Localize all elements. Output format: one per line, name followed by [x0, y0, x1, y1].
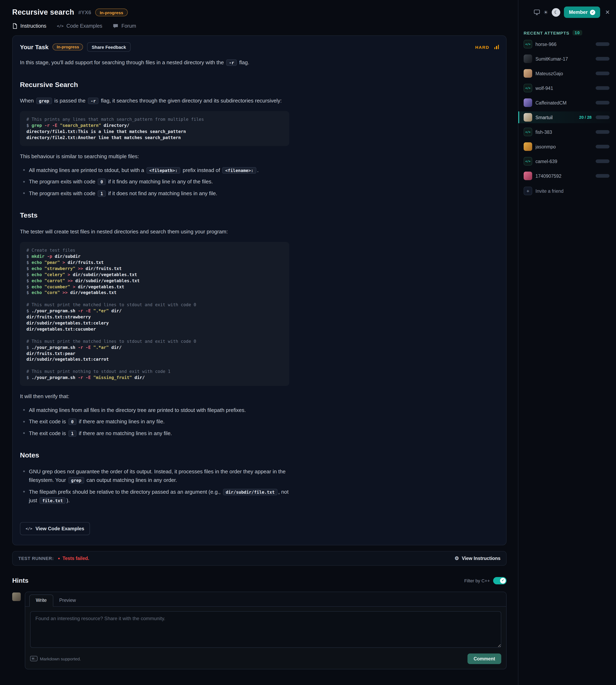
- attempt-row[interactable]: jasonmpo: [518, 141, 610, 153]
- view-code-examples-button[interactable]: </> View Code Examples: [20, 522, 90, 535]
- code-line: $ echo "pear" > dir/fruits.txt: [26, 259, 283, 266]
- code-token: directory/file2.txt:Another line that ma…: [26, 135, 181, 140]
- share-feedback-button[interactable]: Share Feedback: [87, 42, 131, 52]
- hints-header: Hints Filter by C++ ✓: [12, 577, 507, 584]
- task-status-badge: In-progress: [53, 44, 83, 50]
- code-token: ".*ar": [91, 345, 109, 349]
- filter-toggle[interactable]: ✓: [493, 577, 507, 584]
- page: Recursive search #YX6 In-progress Instru…: [0, 0, 616, 685]
- code-line: $ echo "corn" >> dir/vegetables.txt: [26, 290, 283, 296]
- code-token: mkdir: [31, 254, 44, 259]
- view-instructions-label: View Instructions: [462, 556, 501, 561]
- comment-input[interactable]: [30, 611, 501, 648]
- code-token: $: [26, 284, 31, 289]
- test-runner-label: TEST RUNNER:: [18, 556, 54, 561]
- code-token: dir/: [109, 308, 122, 313]
- recent-attempts-title: RECENT ATTEMPTS: [524, 30, 569, 35]
- close-button[interactable]: ✕: [605, 9, 610, 16]
- code-line: directory/file1.txt:This is a line that …: [26, 129, 283, 135]
- code-line: [26, 332, 283, 338]
- progress-bar: [596, 145, 610, 149]
- language-filter: Filter by C++ ✓: [464, 577, 507, 584]
- attempt-username: 1740907592: [535, 174, 592, 178]
- code-token: "strawberry": [42, 266, 75, 271]
- bullet-item: All matching lines from all files in the…: [20, 406, 298, 414]
- attempt-username: fish-383: [535, 130, 592, 134]
- attempt-row[interactable]: </>horse-966: [518, 38, 610, 50]
- inline-code: <filename>:: [222, 167, 256, 174]
- code-line: # This must print nothing to stdout and …: [26, 368, 283, 374]
- task-title: Your Task: [20, 44, 49, 50]
- invite-friend-button[interactable]: + Invite a friend: [518, 187, 610, 195]
- title-row: Recursive search #YX6 In-progress: [12, 0, 507, 17]
- code-token: grep: [31, 123, 42, 128]
- comment-composer: WritePreview M↓ Markdown supported. Comm…: [25, 592, 507, 669]
- attempt-row[interactable]: 1740907592: [518, 170, 610, 182]
- composer-tab-preview[interactable]: Preview: [53, 595, 82, 606]
- code-token: $: [26, 254, 31, 259]
- paragraph: When grep is passed the -r flag, it sear…: [20, 96, 298, 105]
- attempt-row[interactable]: </>fish-383: [518, 126, 610, 138]
- attempts-list: </>horse-966SumitKumar-17MateuszGajo</>w…: [518, 38, 610, 182]
- member-button[interactable]: Member ✓: [564, 6, 600, 18]
- bullet-list: All matching lines are printed to stdout…: [20, 166, 298, 198]
- attempt-row[interactable]: CaffeinatedCM: [518, 97, 610, 109]
- view-instructions-button[interactable]: ⚙ View Instructions: [455, 555, 501, 561]
- instructions-card: Your Task In-progress Share Feedback HAR…: [12, 36, 507, 545]
- tab-code-examples[interactable]: </>Code Examples: [57, 23, 102, 32]
- paragraph: The tester will create test files in nes…: [20, 227, 298, 236]
- code-token: echo: [31, 272, 42, 277]
- comment-composer-row: WritePreview M↓ Markdown supported. Comm…: [12, 592, 507, 669]
- attempt-row[interactable]: </>camel-639: [518, 155, 610, 167]
- code-token: -r -E: [42, 123, 57, 128]
- attempt-row[interactable]: MateuszGajo: [518, 68, 610, 79]
- tab-instructions[interactable]: Instructions: [12, 23, 46, 32]
- difficulty-bars-icon: [494, 45, 499, 49]
- progress-bar: [596, 159, 610, 163]
- bullet-item: The exit code is 0 if there are matching…: [20, 417, 298, 426]
- code-token: "missing_fruit": [91, 375, 132, 380]
- bullet-item: The filepath prefix should be relative t…: [20, 487, 298, 505]
- code-token: -r -E: [75, 308, 91, 313]
- paragraph: This behaviour is similar to searching m…: [20, 152, 298, 161]
- system-theme-button[interactable]: [534, 9, 540, 15]
- stage-code: #YX6: [78, 9, 91, 16]
- attempt-row[interactable]: </>wolf-941: [518, 82, 610, 94]
- code-line: $ echo "strawberry" >> dir/fruits.txt: [26, 266, 283, 272]
- avatar: [524, 54, 532, 63]
- avatar: [524, 69, 532, 78]
- code-token: $: [26, 123, 31, 128]
- code-token: dir/fruits.txt: [83, 266, 122, 271]
- moon-icon: ☾: [554, 9, 558, 15]
- avatar: [524, 172, 532, 180]
- composer-tab-write[interactable]: Write: [29, 595, 53, 607]
- tab-bar: Instructions</>Code ExamplesForum: [12, 23, 507, 32]
- code-token: -r -E: [75, 375, 91, 380]
- dark-theme-button[interactable]: ☾: [552, 8, 560, 17]
- inline-code: grep: [68, 477, 84, 483]
- code-token: ./your_program.sh: [31, 345, 75, 349]
- hints-title: Hints: [12, 577, 28, 584]
- code-token: $: [26, 272, 31, 277]
- gear-icon: ⚙: [455, 555, 459, 561]
- progress-bar: [596, 42, 610, 46]
- attempt-row[interactable]: Smartuil20 / 28: [518, 111, 610, 123]
- attempt-row[interactable]: SumitKumar-17: [518, 53, 610, 65]
- comment-button[interactable]: Comment: [467, 654, 501, 664]
- code-avatar-icon: </>: [524, 40, 532, 48]
- attempt-username: SumitKumar-17: [535, 56, 592, 61]
- bullet-item: The exit code is 1 if there are no match…: [20, 429, 298, 438]
- inline-code: -r: [88, 98, 98, 104]
- invite-friend-label: Invite a friend: [535, 188, 564, 193]
- paragraph: In this stage, you'll add support for se…: [20, 58, 298, 67]
- code-token: $: [26, 290, 31, 295]
- code-token: >>: [75, 266, 83, 271]
- inline-code: 1: [98, 190, 106, 197]
- tab-forum[interactable]: Forum: [113, 23, 136, 32]
- progress-bar: [596, 130, 610, 134]
- code-token: dir/subdir/vegetables.txt:celery: [26, 320, 109, 325]
- code-line: dir/fruits.txt:pear: [26, 350, 283, 357]
- light-theme-button[interactable]: ☀: [543, 9, 548, 15]
- bullet-list: All matching lines from all files in the…: [20, 406, 298, 437]
- code-token: # This must print the matched lines to s…: [26, 302, 196, 307]
